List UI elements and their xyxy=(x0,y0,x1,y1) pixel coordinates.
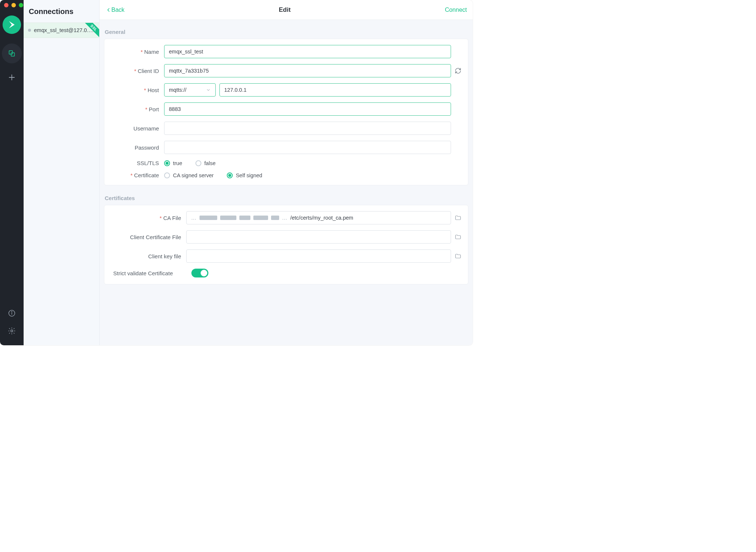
connect-button[interactable]: Connect xyxy=(445,7,467,13)
ca-file-browse-button[interactable] xyxy=(451,214,461,221)
client-key-browse-button[interactable] xyxy=(451,253,461,259)
ca-file-input[interactable]: … … /etc/certs/my_root_ca.pem xyxy=(186,211,451,224)
port-label: Port xyxy=(149,106,159,112)
back-label: Back xyxy=(111,7,125,13)
form-scroll[interactable]: General *Name *Client ID xyxy=(100,20,473,345)
cert-ca-signed-radio[interactable]: CA signed server xyxy=(164,172,214,178)
back-button[interactable]: Back xyxy=(105,7,125,13)
settings-icon[interactable] xyxy=(8,327,16,335)
refresh-icon xyxy=(455,67,461,74)
main-panel: Back Edit Connect General *Name *Client … xyxy=(100,0,473,345)
client-id-input[interactable] xyxy=(164,64,451,77)
connection-item-label: emqx_ssl_test@127.0.0.1:8… xyxy=(34,27,94,33)
certificate-label: Certificate xyxy=(134,172,159,178)
section-general-title: General xyxy=(105,29,468,35)
app-logo-icon[interactable] xyxy=(3,15,21,34)
strict-validate-toggle[interactable] xyxy=(191,269,208,277)
toggle-knob-icon xyxy=(201,270,207,276)
name-label: Name xyxy=(144,49,159,55)
topbar: Back Edit Connect xyxy=(100,0,473,20)
zoom-window-icon[interactable] xyxy=(19,3,23,7)
general-card: *Name *Client ID xyxy=(104,39,468,185)
certificates-card: *CA File … … /etc/certs/my_root_ca.pem xyxy=(104,205,468,284)
connections-panel: Connections emqx_ssl_test@127.0.0.1:8… S… xyxy=(24,0,100,345)
client-cert-label: Client Certificate File xyxy=(130,234,181,240)
host-address-input[interactable] xyxy=(219,83,451,97)
ssl-true-radio[interactable]: true xyxy=(164,160,182,166)
port-input[interactable] xyxy=(164,102,451,116)
new-connection-icon[interactable] xyxy=(7,73,16,82)
svg-rect-1 xyxy=(11,53,14,56)
folder-icon xyxy=(455,214,461,221)
svg-rect-0 xyxy=(9,51,13,54)
client-cert-browse-button[interactable] xyxy=(451,234,461,240)
client-key-input[interactable] xyxy=(186,249,451,263)
chevron-down-icon xyxy=(206,87,211,92)
connections-nav-icon[interactable] xyxy=(2,43,22,63)
host-label: Host xyxy=(148,87,159,93)
cert-self-signed-text: Self signed xyxy=(236,172,262,178)
connection-status-dot-icon xyxy=(28,29,31,32)
password-input[interactable] xyxy=(164,141,451,154)
chevron-left-icon xyxy=(105,7,111,13)
close-window-icon[interactable] xyxy=(4,3,8,7)
app-rail xyxy=(0,0,24,345)
client-id-label: Client ID xyxy=(138,68,159,74)
folder-icon xyxy=(455,253,461,259)
host-scheme-value: mqtts:// xyxy=(169,87,187,93)
host-scheme-select[interactable]: mqtts:// xyxy=(164,83,216,97)
svg-point-7 xyxy=(11,330,13,332)
ca-file-tail: /etc/certs/my_root_ca.pem xyxy=(290,215,353,221)
password-label: Password xyxy=(135,144,159,151)
username-input[interactable] xyxy=(164,122,451,135)
folder-icon xyxy=(455,234,461,240)
connect-label: Connect xyxy=(445,7,467,13)
connections-title: Connections xyxy=(24,0,99,22)
ssl-tls-label: SSL/TLS xyxy=(137,160,159,166)
ssl-true-text: true xyxy=(173,160,182,166)
cert-ca-signed-text: CA signed server xyxy=(173,172,214,178)
section-certificates-title: Certificates xyxy=(105,195,468,201)
ssl-false-text: false xyxy=(204,160,216,166)
svg-point-6 xyxy=(11,312,12,312)
ssl-false-radio[interactable]: false xyxy=(195,160,216,166)
page-title: Edit xyxy=(125,6,445,14)
info-icon[interactable] xyxy=(8,309,16,317)
strict-validate-label: Strict validate Certificate xyxy=(113,270,173,276)
username-label: Username xyxy=(133,125,159,132)
cert-self-signed-radio[interactable]: Self signed xyxy=(227,172,262,178)
client-cert-input[interactable] xyxy=(186,230,451,244)
minimize-window-icon[interactable] xyxy=(11,3,16,7)
window-controls[interactable] xyxy=(4,3,23,7)
client-key-label: Client key file xyxy=(148,253,181,259)
connection-list-item[interactable]: emqx_ssl_test@127.0.0.1:8… SSL xyxy=(24,22,99,38)
regenerate-client-id-button[interactable] xyxy=(451,67,461,74)
name-input[interactable] xyxy=(164,45,451,58)
ca-file-label: CA File xyxy=(163,215,181,221)
